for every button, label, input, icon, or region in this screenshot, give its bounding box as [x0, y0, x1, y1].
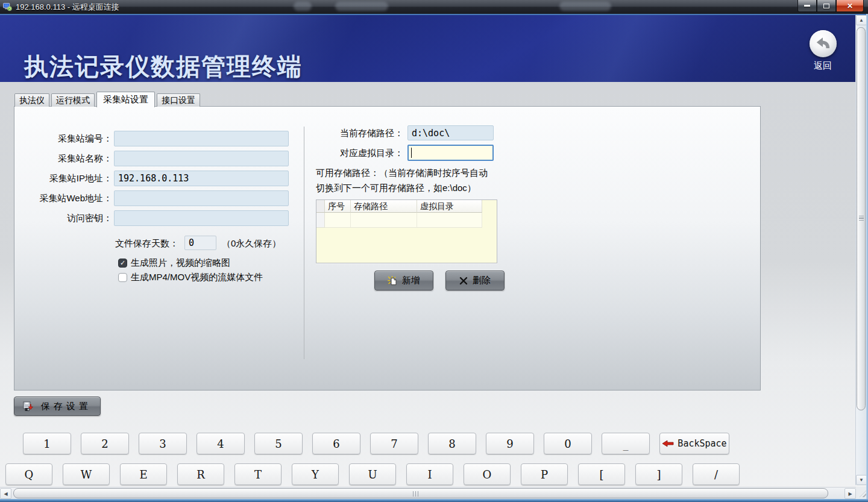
table-empty-row: [316, 213, 497, 228]
key-backspace[interactable]: BackSpace: [659, 433, 729, 454]
settings-panel: 文件保存天数： （0永久保存） 当前存储路径： 对应虚拟目录： 可用存储路径：（…: [14, 106, 761, 391]
key-2[interactable]: 2: [81, 433, 129, 454]
key-slash[interactable]: /: [693, 463, 740, 485]
horizontal-scroll-thumb[interactable]: [13, 488, 828, 498]
titlebar-artifact: [335, 2, 388, 11]
remote-desktop-window: 192.168.0.113 - 远程桌面连接 ✕ 执法记录仪数据管理终端 返回 …: [0, 0, 868, 502]
vertical-scrollbar[interactable]: ▲ ▼: [855, 15, 866, 485]
back-control: 返回: [807, 30, 839, 72]
table-cell: [351, 213, 417, 228]
key-9[interactable]: 9: [486, 433, 534, 454]
back-label: 返回: [807, 60, 839, 72]
window-controls: ✕: [797, 0, 864, 12]
key-p[interactable]: P: [521, 463, 568, 485]
key-1[interactable]: 1: [23, 433, 71, 454]
app-title: 执法记录仪数据管理终端: [24, 50, 303, 82]
horizontal-scrollbar[interactable]: ◀ ▶: [0, 487, 856, 499]
table-cell: [417, 213, 482, 228]
panel-divider: [304, 127, 304, 359]
column-header: 序号: [325, 200, 351, 213]
vertical-scroll-thumb[interactable]: [857, 27, 866, 410]
minimize-button[interactable]: [797, 0, 817, 12]
access-key-label: 访问密钥：: [14, 210, 112, 226]
close-button[interactable]: ✕: [836, 0, 864, 12]
titlebar-artifact: [559, 2, 611, 11]
key-r[interactable]: R: [177, 463, 224, 485]
maximize-button[interactable]: [817, 0, 836, 12]
access-key-field[interactable]: [114, 210, 289, 226]
add-button[interactable]: 新增: [374, 271, 433, 290]
current-path-field[interactable]: [407, 125, 494, 140]
checkbox-checked-icon: ✓: [118, 259, 127, 268]
table-cell: [325, 213, 351, 228]
thumb-grip-icon: [413, 491, 420, 497]
keyboard-row-2: QWERTYUIOP[]/: [5, 463, 740, 485]
station-web-label: 采集站Web地址：: [14, 190, 112, 206]
new-item-icon: [388, 276, 397, 286]
window-title: 192.168.0.113 - 远程桌面连接: [16, 2, 119, 13]
minimize-icon: [804, 5, 810, 7]
retention-days-field[interactable]: [184, 236, 216, 250]
key-u[interactable]: U: [349, 463, 396, 485]
checkbox-label: 生成MP4/MOV视频的流媒体文件: [131, 272, 263, 283]
key-i[interactable]: I: [406, 463, 453, 485]
maximize-icon: [823, 4, 829, 8]
storage-hint-line2: 切换到下一个可用存储路径，如e:\doc）: [316, 180, 476, 195]
key-y[interactable]: Y: [292, 463, 339, 485]
key-7[interactable]: 7: [370, 433, 418, 454]
scroll-down-button[interactable]: ▼: [856, 475, 867, 485]
key-rbracket[interactable]: ]: [635, 463, 682, 485]
window-border-bottom: [0, 499, 868, 502]
row-selector-header: [316, 200, 325, 213]
close-icon: ✕: [847, 2, 853, 10]
retention-note: （0永久保存）: [222, 236, 281, 251]
key-o[interactable]: O: [464, 463, 511, 485]
key-q[interactable]: Q: [5, 463, 52, 485]
generate-thumbnails-checkbox[interactable]: ✓生成照片，视频的缩略图: [118, 257, 230, 268]
key-0[interactable]: 0: [544, 433, 592, 454]
scroll-up-button[interactable]: ▲: [856, 15, 867, 25]
titlebar-artifact: [294, 2, 312, 11]
station-ip-field[interactable]: [114, 171, 289, 186]
add-button-label: 新增: [402, 275, 420, 286]
backspace-arrow-icon: [662, 440, 674, 447]
tab-recorder[interactable]: 执法仪: [14, 93, 49, 107]
station-name-field[interactable]: [114, 151, 289, 166]
save-settings-button[interactable]: 保存设置: [14, 397, 101, 416]
station-id-label: 采集站编号：: [14, 131, 112, 146]
key-e[interactable]: E: [120, 463, 167, 485]
key-underscore[interactable]: _: [602, 433, 650, 454]
tabbar: 执法仪运行模式采集站设置接口设置: [14, 91, 200, 107]
tab-run-mode[interactable]: 运行模式: [51, 93, 95, 107]
thumb-grip-icon: [859, 216, 864, 222]
back-arrow-icon: [815, 36, 831, 51]
station-web-field[interactable]: [114, 190, 289, 206]
tab-station-settings[interactable]: 采集站设置: [96, 92, 155, 107]
key-6[interactable]: 6: [312, 433, 360, 454]
key-5[interactable]: 5: [254, 433, 303, 454]
key-3[interactable]: 3: [139, 433, 187, 454]
scroll-left-button[interactable]: ◀: [0, 488, 11, 499]
delete-button[interactable]: 删除: [445, 271, 505, 290]
key-4[interactable]: 4: [197, 433, 245, 454]
back-button[interactable]: [810, 30, 837, 57]
delete-button-label: 删除: [473, 275, 491, 286]
app-header: 执法记录仪数据管理终端: [0, 15, 855, 82]
key-t[interactable]: T: [234, 463, 281, 485]
key-8[interactable]: 8: [428, 433, 476, 454]
key-w[interactable]: W: [63, 463, 110, 485]
virtual-dir-field[interactable]: [407, 145, 494, 161]
titlebar: 192.168.0.113 - 远程桌面连接 ✕: [0, 0, 868, 14]
scroll-right-button[interactable]: ▶: [844, 488, 856, 499]
tab-interface-settings[interactable]: 接口设置: [157, 93, 200, 107]
key-lbracket[interactable]: [: [578, 463, 625, 485]
storage-paths-table[interactable]: 序号存储路径虚拟目录: [316, 199, 497, 263]
virtual-dir-label: 对应虚拟目录：: [280, 145, 403, 161]
text-caret: [411, 148, 412, 158]
backspace-label: BackSpace: [678, 438, 726, 449]
current-path-label: 当前存储路径：: [280, 125, 403, 141]
generate-streaming-checkbox[interactable]: 生成MP4/MOV视频的流媒体文件: [118, 272, 263, 283]
station-name-label: 采集站名称：: [14, 151, 112, 166]
station-id-field[interactable]: [114, 131, 289, 146]
checkbox-unchecked-icon: [118, 273, 127, 282]
